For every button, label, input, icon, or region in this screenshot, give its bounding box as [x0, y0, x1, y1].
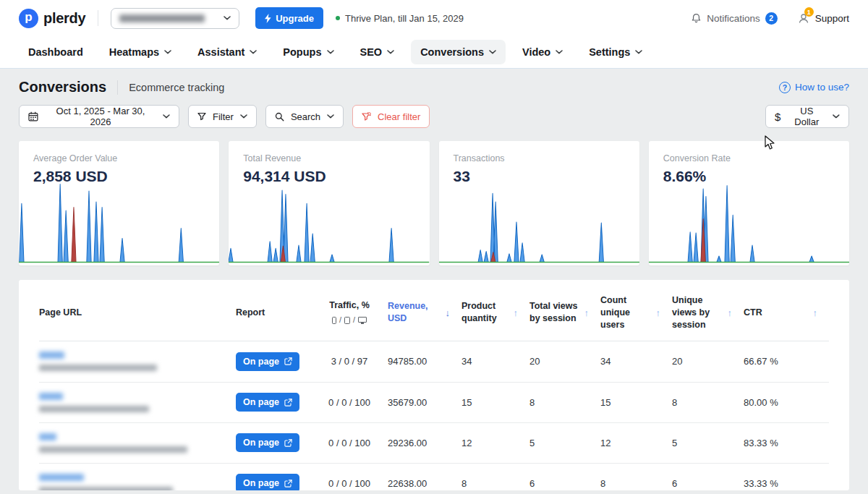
sort-asc-icon[interactable]: ↑	[514, 307, 519, 320]
external-link-icon	[284, 439, 292, 447]
on-page-label: On page	[243, 478, 279, 488]
nav-item-heatmaps[interactable]: Heatmaps	[100, 40, 181, 64]
sort-asc-icon[interactable]: ↑	[813, 307, 818, 320]
chevron-down-icon	[489, 50, 496, 54]
product-quantity-cell: 15	[461, 397, 529, 408]
how-to-use-label: How to use?	[795, 82, 849, 93]
nav-item-label: Video	[522, 46, 550, 58]
on-page-report-button[interactable]: On page	[236, 433, 299, 452]
account-selector[interactable]	[111, 8, 239, 29]
header-divider	[98, 10, 98, 26]
metric-card-conversion-rate: Conversion Rate 8.66%	[649, 141, 849, 265]
nav-item-seo[interactable]: SEO	[351, 40, 404, 64]
clear-filter-label: Clear filter	[378, 111, 420, 122]
page-url-link-blurred[interactable]	[39, 352, 64, 359]
nav-item-settings[interactable]: Settings	[579, 40, 652, 64]
column-header-ctr[interactable]: CTR ↑	[744, 307, 829, 320]
nav-item-label: Conversions	[420, 46, 484, 58]
table-row: On page 0 / 0 / 100 29236.00 12 5 12 5 8…	[39, 422, 829, 463]
nav-item-label: Assistant	[197, 46, 244, 58]
notifications-button[interactable]: Notifications 2	[691, 12, 778, 25]
page-url-link-blurred[interactable]	[39, 433, 56, 440]
total-views-cell: 5	[529, 438, 600, 448]
currency-label: US Dollar	[787, 106, 826, 127]
unique-views-cell: 6	[672, 478, 744, 489]
column-header-count-unique-users[interactable]: Count unique users ↑	[600, 294, 672, 331]
device-separator: /	[339, 315, 341, 325]
plerdy-logo[interactable]: p plerdy	[19, 9, 85, 28]
product-quantity-cell: 8	[461, 478, 529, 489]
total-views-cell: 8	[529, 397, 600, 408]
sort-asc-icon[interactable]: ↑	[656, 307, 661, 320]
page-url-cell[interactable]	[39, 474, 236, 490]
nav-item-label: Settings	[589, 46, 630, 58]
currency-selector[interactable]: $ US Dollar	[765, 105, 849, 128]
support-count-badge: 1	[804, 7, 814, 17]
how-to-use-link[interactable]: ? How to use?	[779, 82, 849, 93]
upgrade-button[interactable]: Upgrade	[255, 7, 323, 29]
chevron-down-icon	[327, 114, 334, 119]
count-unique-header-label: Count unique users	[600, 294, 656, 331]
sort-asc-icon[interactable]: ↑	[728, 307, 733, 320]
dollar-icon: $	[775, 111, 780, 123]
on-page-label: On page	[243, 438, 279, 448]
sparkline-chart	[229, 178, 429, 263]
page-url-link-blurred[interactable]	[39, 474, 84, 481]
chevron-down-icon	[327, 50, 334, 54]
column-header-product-quantity[interactable]: Product quantity ↑	[461, 300, 529, 325]
app-header: p plerdy Upgrade Thrive Plan, till Jan 1…	[0, 0, 868, 69]
page-url-link-blurred[interactable]	[39, 393, 63, 400]
nav-item-popups[interactable]: Popups	[273, 40, 343, 64]
nav-item-dashboard[interactable]: Dashboard	[19, 40, 93, 64]
column-header-unique-views[interactable]: Unique views by session ↑	[672, 294, 744, 331]
lightning-icon	[265, 14, 271, 23]
on-page-report-button[interactable]: On page	[236, 393, 299, 412]
nav-item-conversions[interactable]: Conversions	[411, 40, 506, 64]
total-views-cell: 20	[529, 356, 600, 367]
chevron-down-icon	[250, 50, 257, 54]
sort-desc-icon[interactable]: ↓	[446, 307, 451, 320]
filter-button[interactable]: Filter	[188, 105, 257, 128]
page-url-cell[interactable]	[39, 352, 236, 371]
nav-item-label: Heatmaps	[109, 46, 159, 58]
search-button[interactable]: Search	[265, 105, 344, 128]
unique-views-cell: 8	[672, 397, 744, 408]
chevron-down-icon	[163, 114, 170, 119]
nav-item-label: SEO	[360, 46, 383, 58]
sparkline-chart	[649, 178, 849, 263]
support-button[interactable]: 1 Support	[798, 12, 849, 24]
sort-asc-icon[interactable]: ↑	[584, 307, 590, 320]
clear-filter-button[interactable]: Clear filter	[352, 105, 430, 128]
column-header-traffic: Traffic, % / /	[311, 299, 388, 325]
report-cell: On page	[236, 393, 311, 412]
page-url-cell[interactable]	[39, 393, 236, 412]
total-views-header-label: Total views by session	[529, 300, 584, 325]
plan-active-dot	[336, 16, 340, 20]
report-cell: On page	[236, 352, 311, 371]
funnel-icon	[197, 112, 206, 121]
sparkline-chart	[439, 178, 639, 263]
nav-item-assistant[interactable]: Assistant	[188, 40, 266, 64]
nav-item-label: Popups	[283, 46, 321, 58]
page-url-text-blurred	[39, 365, 157, 371]
device-separator: /	[353, 315, 355, 325]
report-cell: On page	[236, 433, 311, 452]
calendar-icon	[28, 111, 38, 122]
app-window: p plerdy Upgrade Thrive Plan, till Jan 1…	[0, 0, 868, 494]
on-page-report-button[interactable]: On page	[236, 352, 299, 371]
filter-label: Filter	[213, 111, 234, 122]
ctr-cell: 80.00 %	[744, 397, 829, 408]
plan-status-text: Thrive Plan, till Jan 15, 2029	[345, 13, 464, 24]
column-header-revenue[interactable]: Revenue, USD ↓	[388, 300, 461, 325]
on-page-report-button[interactable]: On page	[236, 474, 299, 490]
chevron-down-icon	[240, 114, 247, 119]
page-url-cell[interactable]	[39, 433, 236, 453]
tablet-icon	[344, 317, 350, 324]
page-url-text-blurred	[39, 446, 187, 453]
external-link-icon	[284, 399, 292, 406]
column-header-total-views[interactable]: Total views by session ↑	[529, 300, 600, 325]
chevron-down-icon	[387, 50, 394, 54]
total-views-cell: 6	[529, 478, 600, 489]
date-range-picker[interactable]: Oct 1, 2025 - Mar 30, 2026	[19, 105, 179, 128]
nav-item-video[interactable]: Video	[513, 40, 572, 64]
